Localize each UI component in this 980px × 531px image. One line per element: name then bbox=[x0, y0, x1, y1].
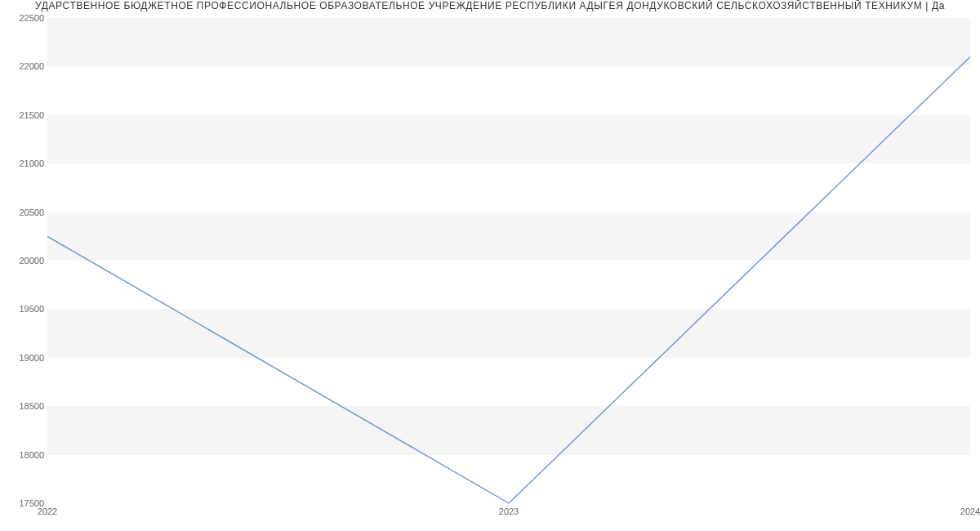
y-tick-label: 22000 bbox=[3, 61, 44, 71]
line-series bbox=[47, 18, 970, 503]
x-tick-label: 2022 bbox=[38, 506, 57, 516]
y-tick-label: 19000 bbox=[3, 353, 44, 363]
chart-title: УДАРСТВЕННОЕ БЮДЖЕТНОЕ ПРОФЕССИОНАЛЬНОЕ … bbox=[0, 0, 980, 15]
y-tick-label: 19500 bbox=[3, 304, 44, 314]
y-tick-label: 18500 bbox=[3, 401, 44, 411]
x-tick-label: 2023 bbox=[499, 506, 519, 516]
plot-area bbox=[47, 18, 970, 503]
y-tick-label: 20000 bbox=[3, 256, 44, 266]
y-tick-label: 20500 bbox=[3, 207, 44, 217]
y-tick-label: 21500 bbox=[3, 110, 44, 120]
x-tick-label: 2024 bbox=[960, 506, 980, 516]
y-tick-label: 22500 bbox=[3, 13, 44, 23]
y-tick-label: 18000 bbox=[3, 450, 44, 460]
y-tick-label: 21000 bbox=[3, 158, 44, 168]
